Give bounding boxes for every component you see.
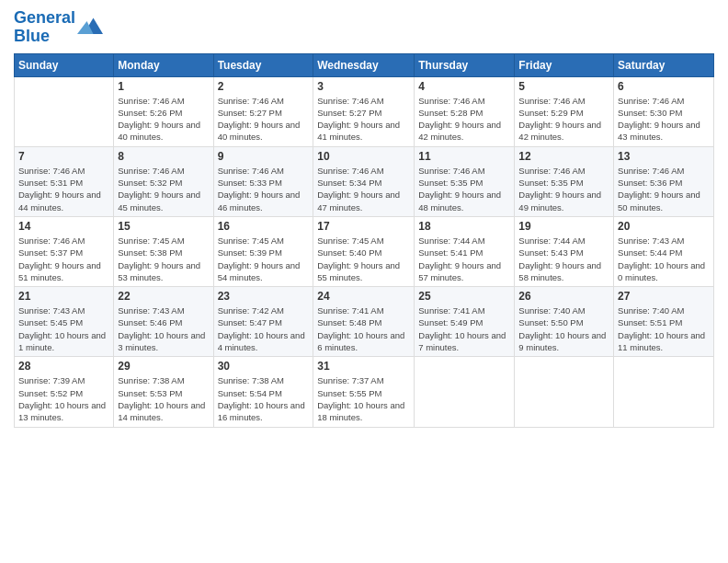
- day-number: 21: [18, 290, 109, 303]
- day-info: Sunrise: 7:46 AMSunset: 5:34 PMDaylight:…: [317, 165, 410, 213]
- calendar-cell: 30Sunrise: 7:38 AMSunset: 5:54 PMDayligh…: [213, 357, 313, 427]
- day-number: 30: [218, 360, 310, 373]
- day-number: 9: [218, 150, 310, 163]
- logo: GeneralBlue: [14, 9, 103, 46]
- calendar-cell: 3Sunrise: 7:46 AMSunset: 5:27 PMDaylight…: [313, 76, 415, 146]
- calendar-cell: 7Sunrise: 7:46 AMSunset: 5:31 PMDaylight…: [15, 146, 114, 216]
- day-number: 26: [518, 290, 609, 303]
- header: GeneralBlue: [14, 9, 714, 46]
- calendar-header-row: SundayMondayTuesdayWednesdayThursdayFrid…: [15, 53, 714, 76]
- calendar-cell: 6Sunrise: 7:46 AMSunset: 5:30 PMDaylight…: [614, 76, 714, 146]
- day-info: Sunrise: 7:38 AMSunset: 5:54 PMDaylight:…: [218, 374, 310, 423]
- calendar-cell: [515, 357, 614, 427]
- day-info: Sunrise: 7:40 AMSunset: 5:50 PMDaylight:…: [518, 304, 609, 353]
- calendar-cell: 10Sunrise: 7:46 AMSunset: 5:34 PMDayligh…: [313, 146, 415, 216]
- calendar-cell: 18Sunrise: 7:44 AMSunset: 5:41 PMDayligh…: [415, 216, 515, 286]
- day-info: Sunrise: 7:43 AMSunset: 5:46 PMDaylight:…: [118, 304, 209, 353]
- logo-text: GeneralBlue: [14, 9, 75, 46]
- day-info: Sunrise: 7:40 AMSunset: 5:51 PMDaylight:…: [618, 304, 710, 353]
- calendar-cell: 19Sunrise: 7:44 AMSunset: 5:43 PMDayligh…: [515, 216, 614, 286]
- calendar-cell: 11Sunrise: 7:46 AMSunset: 5:35 PMDayligh…: [415, 146, 515, 216]
- day-number: 6: [618, 80, 710, 93]
- calendar-cell: 8Sunrise: 7:46 AMSunset: 5:32 PMDaylight…: [114, 146, 213, 216]
- day-number: 1: [118, 80, 209, 93]
- calendar-cell: [614, 357, 714, 427]
- calendar-week-row: 28Sunrise: 7:39 AMSunset: 5:52 PMDayligh…: [15, 357, 714, 427]
- calendar-cell: 4Sunrise: 7:46 AMSunset: 5:28 PMDaylight…: [415, 76, 515, 146]
- calendar-cell: 13Sunrise: 7:46 AMSunset: 5:36 PMDayligh…: [614, 146, 714, 216]
- day-info: Sunrise: 7:44 AMSunset: 5:41 PMDaylight:…: [418, 235, 510, 283]
- day-number: 7: [18, 150, 109, 163]
- calendar-cell: 31Sunrise: 7:37 AMSunset: 5:55 PMDayligh…: [313, 357, 415, 427]
- calendar-cell: [15, 76, 114, 146]
- day-number: 10: [317, 150, 410, 163]
- calendar-cell: 22Sunrise: 7:43 AMSunset: 5:46 PMDayligh…: [114, 287, 213, 357]
- day-number: 16: [218, 220, 310, 233]
- calendar-table: SundayMondayTuesdayWednesdayThursdayFrid…: [14, 53, 714, 428]
- day-number: 29: [118, 360, 209, 373]
- calendar-cell: 2Sunrise: 7:46 AMSunset: 5:27 PMDaylight…: [213, 76, 313, 146]
- day-info: Sunrise: 7:46 AMSunset: 5:35 PMDaylight:…: [418, 165, 510, 213]
- day-info: Sunrise: 7:46 AMSunset: 5:35 PMDaylight:…: [518, 165, 609, 213]
- day-number: 19: [518, 220, 609, 233]
- day-info: Sunrise: 7:46 AMSunset: 5:36 PMDaylight:…: [618, 165, 710, 213]
- calendar-cell: 28Sunrise: 7:39 AMSunset: 5:52 PMDayligh…: [15, 357, 114, 427]
- calendar-cell: 24Sunrise: 7:41 AMSunset: 5:48 PMDayligh…: [313, 287, 415, 357]
- day-info: Sunrise: 7:41 AMSunset: 5:48 PMDaylight:…: [317, 304, 410, 353]
- calendar-cell: 25Sunrise: 7:41 AMSunset: 5:49 PMDayligh…: [415, 287, 515, 357]
- calendar-cell: 26Sunrise: 7:40 AMSunset: 5:50 PMDayligh…: [515, 287, 614, 357]
- calendar-header-sunday: Sunday: [15, 53, 114, 76]
- calendar-week-row: 14Sunrise: 7:46 AMSunset: 5:37 PMDayligh…: [15, 216, 714, 286]
- day-number: 18: [418, 220, 510, 233]
- day-info: Sunrise: 7:42 AMSunset: 5:47 PMDaylight:…: [218, 304, 310, 353]
- day-info: Sunrise: 7:43 AMSunset: 5:45 PMDaylight:…: [18, 304, 109, 353]
- day-number: 15: [118, 220, 209, 233]
- calendar-header-thursday: Thursday: [415, 53, 515, 76]
- day-info: Sunrise: 7:41 AMSunset: 5:49 PMDaylight:…: [418, 304, 510, 353]
- day-number: 20: [618, 220, 710, 233]
- day-number: 31: [317, 360, 410, 373]
- calendar-cell: 5Sunrise: 7:46 AMSunset: 5:29 PMDaylight…: [515, 76, 614, 146]
- day-number: 2: [218, 80, 310, 93]
- day-number: 12: [518, 150, 609, 163]
- day-info: Sunrise: 7:39 AMSunset: 5:52 PMDaylight:…: [18, 374, 109, 423]
- day-number: 4: [418, 80, 510, 93]
- calendar-cell: [415, 357, 515, 427]
- calendar-week-row: 21Sunrise: 7:43 AMSunset: 5:45 PMDayligh…: [15, 287, 714, 357]
- day-info: Sunrise: 7:46 AMSunset: 5:32 PMDaylight:…: [118, 165, 209, 213]
- day-info: Sunrise: 7:46 AMSunset: 5:27 PMDaylight:…: [218, 95, 310, 144]
- calendar-week-row: 1Sunrise: 7:46 AMSunset: 5:26 PMDaylight…: [15, 76, 714, 146]
- day-number: 17: [317, 220, 410, 233]
- calendar-cell: 14Sunrise: 7:46 AMSunset: 5:37 PMDayligh…: [15, 216, 114, 286]
- day-number: 8: [118, 150, 209, 163]
- day-info: Sunrise: 7:45 AMSunset: 5:39 PMDaylight:…: [218, 235, 310, 283]
- day-number: 27: [618, 290, 710, 303]
- day-info: Sunrise: 7:43 AMSunset: 5:44 PMDaylight:…: [618, 235, 710, 283]
- calendar-cell: 20Sunrise: 7:43 AMSunset: 5:44 PMDayligh…: [614, 216, 714, 286]
- calendar-cell: 29Sunrise: 7:38 AMSunset: 5:53 PMDayligh…: [114, 357, 213, 427]
- day-number: 24: [317, 290, 410, 303]
- day-number: 25: [418, 290, 510, 303]
- day-info: Sunrise: 7:45 AMSunset: 5:40 PMDaylight:…: [317, 235, 410, 283]
- day-info: Sunrise: 7:46 AMSunset: 5:31 PMDaylight:…: [18, 165, 109, 213]
- day-info: Sunrise: 7:46 AMSunset: 5:26 PMDaylight:…: [118, 95, 209, 144]
- day-number: 22: [118, 290, 209, 303]
- day-info: Sunrise: 7:46 AMSunset: 5:30 PMDaylight:…: [618, 95, 710, 144]
- day-number: 3: [317, 80, 410, 93]
- calendar-cell: 17Sunrise: 7:45 AMSunset: 5:40 PMDayligh…: [313, 216, 415, 286]
- calendar-week-row: 7Sunrise: 7:46 AMSunset: 5:31 PMDaylight…: [15, 146, 714, 216]
- calendar-header-saturday: Saturday: [614, 53, 714, 76]
- day-info: Sunrise: 7:46 AMSunset: 5:29 PMDaylight:…: [518, 95, 609, 144]
- day-number: 5: [518, 80, 609, 93]
- calendar-header-tuesday: Tuesday: [213, 53, 313, 76]
- calendar-cell: 21Sunrise: 7:43 AMSunset: 5:45 PMDayligh…: [15, 287, 114, 357]
- calendar-cell: 1Sunrise: 7:46 AMSunset: 5:26 PMDaylight…: [114, 76, 213, 146]
- day-number: 11: [418, 150, 510, 163]
- day-info: Sunrise: 7:37 AMSunset: 5:55 PMDaylight:…: [317, 374, 410, 423]
- day-info: Sunrise: 7:46 AMSunset: 5:27 PMDaylight:…: [317, 95, 410, 144]
- calendar-header-friday: Friday: [515, 53, 614, 76]
- calendar-header-wednesday: Wednesday: [313, 53, 415, 76]
- calendar-cell: 9Sunrise: 7:46 AMSunset: 5:33 PMDaylight…: [213, 146, 313, 216]
- calendar-header-monday: Monday: [114, 53, 213, 76]
- day-info: Sunrise: 7:38 AMSunset: 5:53 PMDaylight:…: [118, 374, 209, 423]
